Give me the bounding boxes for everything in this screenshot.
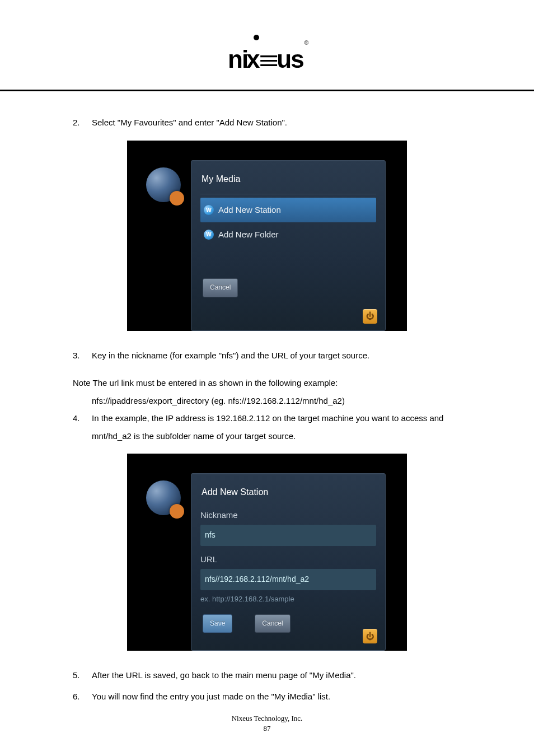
nickname-label: Nickname [200, 506, 376, 524]
url-label: URL [200, 550, 376, 568]
note-line-1: Note The url link must be entered in as … [73, 374, 461, 392]
station-icon: W [204, 205, 214, 215]
folder-icon: W [204, 230, 214, 240]
menu-add-new-station[interactable]: W Add New Station [200, 198, 376, 222]
step-text: Key in the nickname (for example "nfs") … [92, 347, 461, 365]
step-number: 5. [73, 666, 92, 684]
my-media-panel: My Media W Add New Station W Add New Fol… [191, 160, 386, 331]
step-text: After the URL is saved, go back to the m… [92, 666, 461, 684]
url-hint: ex. http://192.168.2.1/sample [200, 591, 376, 606]
power-icon: ⏻ [363, 629, 377, 643]
menu-label: Add New Folder [218, 226, 279, 244]
registered-mark: ® [305, 40, 307, 46]
panel-title: Add New Station [200, 480, 376, 504]
panel-title: My Media [200, 167, 376, 195]
menu-add-new-folder[interactable]: W Add New Folder [200, 222, 376, 247]
step-3: 3. Key in the nickname (for example "nfs… [73, 347, 461, 365]
note-line-2: nfs://ipaddress/export_directory (eg. nf… [73, 392, 461, 410]
screenshot-add-station: Add New Station Nickname nfs URL nfs//19… [127, 454, 407, 651]
cancel-button[interactable]: Cancel [255, 614, 290, 633]
globe-icon [146, 480, 181, 515]
step-5: 5. After the URL is saved, go back to th… [73, 666, 461, 684]
header-divider [0, 90, 534, 91]
footer-company: Nixeus Technology, Inc. [0, 713, 534, 724]
step-4: 4. In the example, the IP address is 192… [73, 409, 461, 445]
save-button[interactable]: Save [203, 614, 232, 633]
step-6: 6. You will now find the entry you just … [73, 688, 461, 706]
step-number: 6. [73, 688, 92, 706]
logo-text: nix≡us® [228, 34, 306, 85]
url-field[interactable]: nfs//192.168.2.112/mnt/hd_a2 [200, 569, 376, 590]
step-number: 4. [73, 409, 92, 445]
brand-logo: nix≡us® [73, 34, 461, 85]
step-number: 3. [73, 347, 92, 365]
screenshot-my-media: My Media W Add New Station W Add New Fol… [127, 141, 407, 331]
nickname-field[interactable]: nfs [200, 525, 376, 545]
step-text: You will now find the entry you just mad… [92, 688, 461, 706]
page-footer: Nixeus Technology, Inc. 87 [0, 713, 534, 734]
power-icon: ⏻ [363, 309, 377, 324]
add-station-panel: Add New Station Nickname nfs URL nfs//19… [191, 473, 386, 651]
globe-icon [146, 167, 181, 202]
cancel-button[interactable]: Cancel [203, 278, 238, 297]
step-number: 2. [73, 114, 92, 132]
step-text: In the example, the IP address is 192.16… [92, 409, 461, 445]
menu-label: Add New Station [218, 201, 281, 219]
footer-page-number: 87 [0, 724, 534, 734]
step-2: 2. Select "My Favourites" and enter "Add… [73, 114, 461, 132]
step-text: Select "My Favourites" and enter "Add Ne… [92, 114, 461, 132]
